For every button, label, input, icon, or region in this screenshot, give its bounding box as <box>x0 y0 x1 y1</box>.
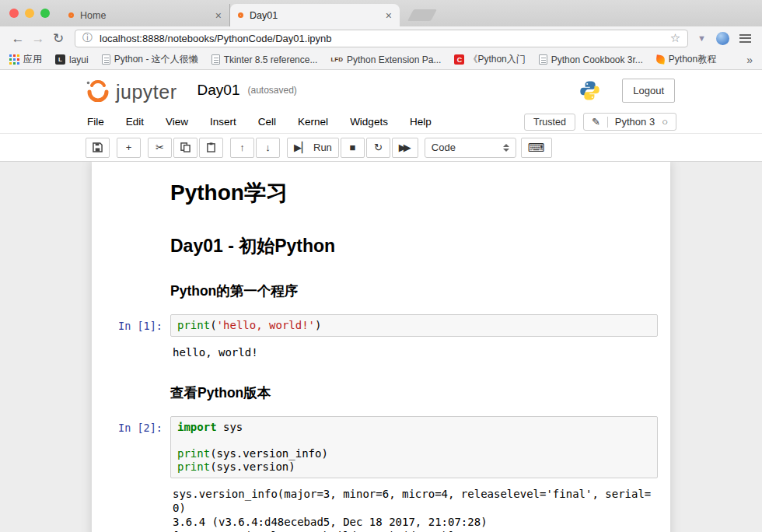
save-button[interactable] <box>86 138 110 158</box>
close-tab-icon[interactable]: × <box>386 9 392 22</box>
kernel-name: Python 3 <box>615 116 655 128</box>
copy-icon <box>180 142 190 152</box>
bookmark-tkinter[interactable]: Tkinter 8.5 reference... <box>211 54 318 65</box>
chrome-menu-button[interactable] <box>736 30 754 47</box>
bookmark-python-intro[interactable]: C 《Python入门 <box>454 53 525 66</box>
bookmark-python-cookbook[interactable]: Python Cookbook 3r... <box>539 54 643 65</box>
tab-day01[interactable]: Day01 × <box>230 4 400 26</box>
output-prompt-spacer <box>92 484 169 532</box>
select-arrows-icon <box>503 144 509 152</box>
menu-view[interactable]: View <box>166 116 188 128</box>
jupyter-header: jupyter Day01 (autosaved) Logout <box>0 70 762 110</box>
interrupt-kernel-button[interactable]: ■ <box>341 138 365 158</box>
code-cell-1[interactable]: In [1]: print('hello, world!') <box>93 310 669 341</box>
bookmark-label: 应用 <box>23 53 42 66</box>
fast-forward-icon: ▶▶ <box>399 142 411 152</box>
trusted-button[interactable]: Trusted <box>524 114 575 131</box>
forward-button[interactable]: → <box>28 32 48 45</box>
jupyter-toolbar: + ✂ ↑ ↓ ▶▏ Run <box>0 134 762 162</box>
cell-type-dropdown[interactable]: Code <box>425 138 516 158</box>
menu-widgets[interactable]: Widgets <box>350 116 388 128</box>
stop-icon: ■ <box>349 142 355 152</box>
menu-file[interactable]: File <box>87 116 104 128</box>
copy-cell-button[interactable] <box>173 138 197 158</box>
tab-day01-label: Day01 <box>250 10 379 21</box>
restart-run-all-button[interactable]: ▶▶ <box>392 138 418 158</box>
menu-cell[interactable]: Cell <box>258 116 276 128</box>
jupyter-logo-text: jupyter <box>116 82 177 102</box>
heading-check-version: 查看Python版本 <box>170 383 658 402</box>
notebook-title[interactable]: Day01 <box>197 82 240 99</box>
page-favicon <box>102 54 110 65</box>
run-label: Run <box>313 142 332 153</box>
bookmark-python-tutorial[interactable]: Python教程 <box>656 53 716 66</box>
url-input[interactable] <box>100 33 670 44</box>
prompt-spacer <box>93 173 170 217</box>
layui-favicon: L <box>55 54 65 65</box>
markdown-cell-h3-first[interactable]: Python的第一个程序 <box>93 270 669 310</box>
bookmark-label: Python Extension Pa... <box>347 54 441 65</box>
tab-home-label: Home <box>80 10 209 21</box>
feather-favicon <box>655 54 665 64</box>
markdown-cell-h2[interactable]: Day01 - 初始Python <box>93 221 669 270</box>
code-input-2[interactable]: import sys print(sys.version_info)print(… <box>170 416 658 478</box>
bookmark-label: 《Python入门 <box>468 53 525 66</box>
download-arrow-icon[interactable]: ▼ <box>697 33 706 43</box>
back-button[interactable]: ← <box>8 32 28 45</box>
jupyter-logo[interactable]: jupyter <box>84 79 177 102</box>
close-tab-icon[interactable]: × <box>215 9 222 22</box>
cut-icon: ✂ <box>156 142 164 152</box>
bookmark-python-extension[interactable]: LFD Python Extension Pa... <box>330 54 441 65</box>
restart-icon: ↻ <box>374 142 383 152</box>
run-button[interactable]: ▶▏ Run <box>287 138 339 158</box>
bookmarks-overflow-icon[interactable]: » <box>746 54 753 66</box>
logout-button[interactable]: Logout <box>622 79 675 103</box>
book-favicon <box>539 54 547 65</box>
paste-cell-button[interactable] <box>199 138 223 158</box>
heading-first-program: Python的第一个程序 <box>170 282 658 300</box>
zoom-window-button[interactable] <box>40 9 50 18</box>
bookmark-python-blog[interactable]: Python - 这个人很懒 <box>102 53 198 66</box>
address-bar[interactable]: ⓘ ☆ <box>75 30 688 47</box>
bookmark-apps[interactable]: 应用 <box>9 53 42 66</box>
output-text-1: hello, world! <box>169 342 659 359</box>
menu-insert[interactable]: Insert <box>210 116 236 128</box>
tab-strip: Home × Day01 × <box>0 0 762 26</box>
bookmark-star-icon[interactable]: ☆ <box>670 31 680 45</box>
bookmark-label: Tkinter 8.5 reference... <box>224 54 318 65</box>
output-text-2: sys.version_info(major=3, minor=6, micro… <box>169 484 659 532</box>
kernel-indicator-group: ✎ Python 3 ○ <box>583 113 676 131</box>
tab-home[interactable]: Home × <box>61 4 230 26</box>
restart-kernel-button[interactable]: ↻ <box>366 138 390 158</box>
page-info-icon[interactable]: ⓘ <box>82 31 93 45</box>
insert-cell-button[interactable]: + <box>117 138 141 158</box>
minimize-window-button[interactable] <box>25 9 34 18</box>
bookmark-label: Python - 这个人很懒 <box>114 53 198 66</box>
reload-button[interactable]: ↻ <box>48 32 68 45</box>
extension-globe-icon[interactable] <box>716 32 729 45</box>
lfd-favicon: LFD <box>330 56 343 63</box>
prompt-spacer <box>93 376 170 408</box>
code-cell-2[interactable]: In [2]: import sys print(sys.version_inf… <box>93 412 669 482</box>
arrow-down-icon: ↓ <box>265 142 271 152</box>
move-cell-up-button[interactable]: ↑ <box>230 138 254 158</box>
menu-edit[interactable]: Edit <box>126 116 144 128</box>
jupyter-menubar: File Edit View Insert Cell Kernel Widget… <box>0 110 762 134</box>
code-input-1[interactable]: print('hello, world!') <box>170 314 658 337</box>
jupyter-favicon <box>68 12 74 18</box>
bookmark-layui[interactable]: L layui <box>55 54 89 65</box>
menu-kernel[interactable]: Kernel <box>298 116 328 128</box>
menu-help[interactable]: Help <box>410 116 432 128</box>
markdown-cell-h1[interactable]: Python学习 <box>93 170 669 221</box>
move-cell-down-button[interactable]: ↓ <box>256 138 280 158</box>
new-tab-button[interactable] <box>407 9 437 21</box>
cut-cell-button[interactable]: ✂ <box>148 138 172 158</box>
bookmark-label: Python教程 <box>669 53 716 66</box>
cell-type-value: Code <box>432 142 456 153</box>
command-palette-button[interactable]: ⌨ <box>521 138 552 158</box>
output-prompt-spacer <box>92 342 169 359</box>
jupyter-favicon <box>238 12 243 18</box>
close-window-button[interactable] <box>9 9 19 18</box>
window-controls <box>9 9 50 18</box>
markdown-cell-h3-version[interactable]: 查看Python版本 <box>93 372 669 412</box>
